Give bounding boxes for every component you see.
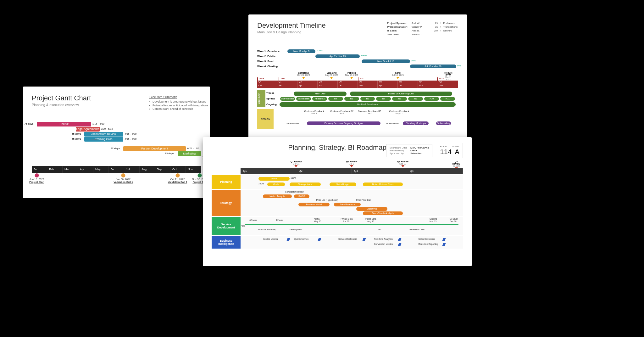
q-cell: Q1Jan [438,81,458,88]
stat-row: 3B↑Transactions [431,25,458,29]
tracks-label: Tracks [266,91,279,96]
dates-arch: 4/15 - 6/30 [125,132,136,135]
roadmap-text: 75% [241,225,245,227]
month-cell: Jul [124,166,140,173]
days-arch: 55 days [72,132,81,135]
meta-row: Project Sponsor:Jodi W. [387,21,422,25]
waves-section: Wave 1: GemstoneNov 16 - Apr 5100%Wave 2… [257,49,458,69]
cat-label-servdev: Service Development [212,217,241,235]
design-feedback: Customer FeedbackMar 1 [304,110,324,115]
ongoing-label: Ongoing [266,102,279,107]
exec-heading: Executive Summary [149,95,208,99]
bi-flag-icon [318,238,321,241]
design-label: Wireframes [286,122,299,125]
month-axis: JanFebMarAprMayJunJulAugSepOctNov [32,166,201,173]
roadmap-pill: Strategic Intent [290,183,321,186]
dev-meta: Project Sponsor:Jodi W.Project Manager:W… [387,21,458,37]
bar-marketing: Marketing [178,151,201,156]
milestone-track: Jan 15, 2022Project StartJun 30, 2022Val… [32,173,201,192]
sprint-pill: R8 [392,97,407,101]
roadmap-text: Public Beta [365,218,376,220]
wave-row-0: Wave 1: GemstoneNov 16 - Apr 5100% [257,49,458,53]
roadmap-text: Conversion Metrics [374,243,393,245]
cat-label-planning: Planning [212,175,241,189]
ms-dot-val1 [121,173,125,177]
q-cell: Q4 [407,168,463,174]
score-value: A [455,148,459,156]
ms-dot-start [35,173,39,177]
design-bar: Onboarding [436,121,451,125]
review-marker: Q2 ReviewJul 3 [346,160,357,167]
score-box: Points Score 114 A [437,143,463,158]
roadmap-text: Private Beta [341,218,353,220]
wave-row-3: Wave 4: ChartingJul 19 - Mar 280% [257,64,458,69]
design-bar: Charting Mockups [403,121,429,125]
roadmap-text: Product Roadmap [258,228,276,231]
ongoing-bar: Hotfix & Feedback [280,102,456,107]
bi-flag-icon [287,238,290,241]
design-feedback: Customer Feedback R2Jul 1 [330,110,353,115]
month-cell: Jun [109,166,124,173]
track-bar: Focus on Charting Dev [350,92,452,96]
ms-label-start: Jan 15, 2022Project Start [29,178,44,183]
month-cell: May [93,166,109,173]
quarter-bar: Q4OctQ1JanQ2AprQ3JulQ4OctQ1JanQ2AprQ3Jul… [257,81,458,88]
roadmap-pill: Business Model [298,203,330,206]
quarter-axis: Q1Q2Q3Q4 [241,168,463,174]
days-recruit: 75 days [24,122,33,125]
roadmap-pill: SWOT [294,194,309,198]
roadmap-pill: Objectives [356,207,387,211]
bar-partner: Partner Development [123,146,186,151]
exec-bullet: Potential issues anticipated with integr… [153,104,208,108]
q-cell: Q1Jan [358,81,378,88]
roadmap-pill: Goals [267,183,285,186]
rm-meta-row: Approved bySebastian [390,152,429,155]
cat-planning: PlanningVision100%Goals100%Strategic Int… [212,175,463,189]
roadmap-text: Staging [430,218,437,220]
score-label: Score [452,145,459,148]
gantt-card: Project Gantt Chart Planning & execution… [23,87,210,198]
year-label: 2022 [437,77,458,81]
year-label: 2019 [257,77,279,81]
roadmap-text: May 20 [314,220,321,222]
exec-bullet: Content work ahead of schedule [153,107,208,111]
maindev-section: MAIN DEV TracksMain DevFocus on Charting… [257,90,458,107]
bar-train: Training Calls [84,137,123,142]
review-marker: Q1 ReviewMar 31 [291,160,302,167]
design-side: DESIGN [257,109,274,129]
roadmap-text: Aug 10 [367,220,374,222]
roadmap-meta: Scorecard DateMon, February 3Reviewed by… [386,143,463,158]
sprints-label: Sprints [266,96,279,101]
bar-legal: Legal Agreements [76,127,99,132]
roadmap-pill: Sales Budget [330,183,356,186]
wave-row-1: Wave 2: PebbleApr 7 - Nov 19100% [257,54,458,59]
roadmap-text: 22 wks [276,219,283,221]
exec-summary: Executive Summary Development is progres… [149,95,208,111]
bi-flag-icon [398,238,402,241]
stat-row: 257↑Servers [431,29,458,33]
q-cell: Q4Oct [257,81,277,88]
cat-label-strategy: Strategy [212,190,241,216]
roadmap-card: Planning, Strategy, BI Roadmap Scorecard… [203,137,472,266]
sprint-pill: R11 [440,97,455,101]
roadmap-text: Jun 30 [343,220,349,222]
today-label: Today [91,138,97,141]
roadmap-text: Development [290,228,303,231]
bar-recruit: Recruit [37,122,91,126]
month-cell: Mar [63,166,78,173]
year-label: 2021 [358,77,437,81]
sprint-pill: R7 [376,97,391,101]
dates-train: 4/15 - 6/30 [125,138,136,140]
sprint-pill: R5 [344,97,359,101]
days-train: 55 days [72,138,81,140]
cat-servdev: Service Development6.3 wks22 wksAlphaMay… [212,217,463,235]
sprint-pill: Release 3 [312,97,327,101]
days-partner: 92 days [111,147,120,150]
roadmap-text: Nov 13 [430,220,436,222]
roadmap-text: Service Metrics [263,238,278,240]
roadmap-pill: Market Analysis [263,194,292,198]
q-cell: Q2 [296,168,352,174]
ms-label-val1: Jun 30, 2022Validation Call 1 [114,178,133,183]
cat-bi: Business IntelligenceService MetricsQual… [212,236,463,249]
dates-legal: 3/30 - 5/12 [101,127,113,130]
